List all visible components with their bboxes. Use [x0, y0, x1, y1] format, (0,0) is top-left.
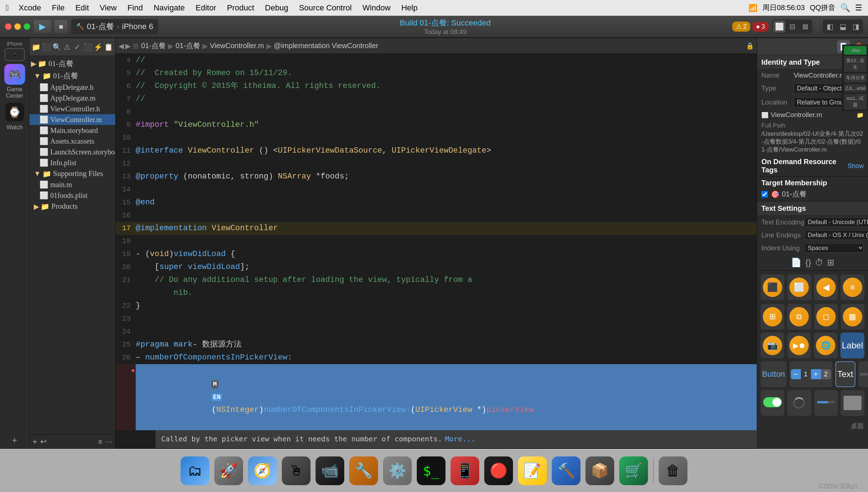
tree-item-infoplist[interactable]: ⬜ Info.plist: [29, 157, 115, 168]
tree-item-main-m[interactable]: ⬜ main.m: [29, 179, 115, 190]
app-icon[interactable]: 🎮: [4, 64, 25, 85]
layout-assistant-btn[interactable]: ⊟: [786, 20, 798, 33]
tree-item-launchscreen[interactable]: ⬜ LaunchScreen.storyboard: [29, 147, 115, 157]
dock-parallel[interactable]: 🔴: [483, 455, 514, 487]
breadcrumb-file[interactable]: ViewController.m: [210, 42, 264, 50]
palette-label-btn[interactable]: Label: [840, 333, 864, 358]
menu-edit[interactable]: Edit: [73, 3, 91, 13]
nav-folder-btn[interactable]: 📁: [32, 41, 41, 53]
nav-debug-btn[interactable]: ⬛: [83, 41, 92, 53]
grid-btn[interactable]: ⊞: [827, 257, 834, 268]
nav-log-btn[interactable]: 📋: [104, 41, 113, 53]
search-icon[interactable]: 🔍: [840, 3, 850, 13]
panel-bottom-btn[interactable]: ⬓: [837, 20, 849, 33]
dock-app2[interactable]: 📦: [584, 455, 616, 487]
code-editor[interactable]: 4 // 5 // Created by Romeo on 15/11/29. …: [116, 54, 757, 449]
editor-nav-next[interactable]: ▶: [125, 42, 131, 50]
errors-badge[interactable]: ● 3: [752, 22, 769, 32]
dock-prefs[interactable]: ⚙️: [382, 455, 413, 487]
dock-safari[interactable]: 🧭: [247, 455, 278, 487]
palette-stepper-btn[interactable]: − 1 + 2: [789, 361, 832, 387]
line-endings-selector[interactable]: Default - OS X / Unix (LF): [804, 230, 868, 240]
dock-terminal[interactable]: $_: [415, 455, 447, 487]
add-file-btn[interactable]: +: [32, 437, 37, 447]
layout-version-btn[interactable]: ⊠: [799, 20, 811, 33]
palette-slider2-btn[interactable]: [814, 390, 838, 416]
dock-xcode[interactable]: 🔨: [550, 455, 582, 487]
menu-find[interactable]: Find: [125, 3, 145, 13]
menu-file[interactable]: File: [50, 3, 66, 13]
palette-av-btn[interactable]: ▶⏺: [787, 333, 811, 358]
dock-mouse[interactable]: 🖱: [280, 455, 312, 487]
stop-button[interactable]: ■: [55, 20, 67, 33]
tree-item-main-storyboard[interactable]: ⬜ Main.storyboard: [29, 125, 115, 136]
menu-window[interactable]: Window: [360, 3, 393, 13]
dock-store[interactable]: 🛒: [618, 455, 649, 487]
thumb-13[interactable]: 第13...业生: [844, 56, 867, 72]
ime-indicator[interactable]: QQ拼音: [810, 3, 835, 13]
tree-item-appdelegate-m[interactable]: ⬜ AppDelegate.m: [29, 93, 115, 103]
menu-editor[interactable]: Editor: [193, 3, 218, 13]
encoding-selector[interactable]: Default - Unicode (UTF-8): [804, 217, 868, 227]
nav-options-btn[interactable]: ⋯: [105, 437, 112, 446]
indent-selector[interactable]: Spaces: [804, 243, 864, 253]
tree-item-01foods[interactable]: ⬜ 01foods.plist: [29, 190, 115, 201]
tree-item-project[interactable]: ▶ 📁 01-点餐: [29, 57, 115, 70]
tree-item-appdelegate-h[interactable]: ⬜ AppDelegate.h: [29, 82, 115, 93]
palette-scroll-btn[interactable]: ⧉: [787, 304, 811, 330]
tree-item-assets[interactable]: ⬜ Assets.xcassets: [29, 136, 115, 147]
panel-left-btn[interactable]: ◧: [824, 20, 836, 33]
warnings-badge[interactable]: ⚠ 2: [732, 22, 750, 32]
tree-item-viewcontroller-m[interactable]: ⬜ ViewController.m: [29, 114, 115, 125]
thumb-zjl[interactable]: ZJL...etail: [844, 84, 867, 92]
layout-single-btn[interactable]: ⬜: [773, 20, 785, 33]
sidebar-expand-btn[interactable]: +: [12, 435, 17, 445]
tree-item-supporting[interactable]: ▼ 📁 Supporting Files: [29, 168, 115, 179]
run-button[interactable]: ▶: [34, 20, 51, 33]
filter-btn[interactable]: ≡: [98, 438, 102, 446]
palette-text-btn[interactable]: Text: [835, 361, 855, 387]
scheme-selector[interactable]: 🔨 01-点餐 › iPhone 6: [71, 19, 158, 34]
clock-btn[interactable]: ⏱: [815, 257, 823, 268]
dock-notes[interactable]: 📝: [517, 455, 548, 487]
palette-view-btn[interactable]: ⬜: [787, 274, 811, 300]
menu-navigate[interactable]: Navigate: [151, 3, 187, 13]
palette-picker-btn[interactable]: ▦: [841, 304, 864, 330]
window-close-btn[interactable]: [5, 23, 11, 30]
nav-warning-btn[interactable]: ⚠: [63, 41, 72, 53]
palette-image-btn[interactable]: 📷: [761, 333, 784, 358]
menu-help[interactable]: Help: [399, 3, 420, 13]
thumb-car[interactable]: 车丹分享: [844, 73, 867, 83]
palette-button-btn[interactable]: Button: [761, 361, 787, 387]
thumb-xlsx[interactable]: .xlsx: [844, 46, 867, 55]
watch-icon[interactable]: ⌚: [5, 103, 24, 121]
menu-view[interactable]: View: [98, 3, 119, 13]
breadcrumb-project[interactable]: 01-点餐: [141, 41, 166, 51]
menu-source-control[interactable]: Source Control: [297, 3, 354, 13]
window-minimize-btn[interactable]: [14, 23, 21, 30]
more-link[interactable]: More...: [445, 432, 475, 445]
file-icon-btn[interactable]: 📄: [791, 257, 802, 268]
target-checkbox[interactable]: [761, 191, 768, 198]
nav-back-btn[interactable]: ↩: [40, 437, 47, 446]
palette-nav-btn[interactable]: ◀: [814, 274, 838, 300]
dock-finder[interactable]: 🗂: [179, 455, 211, 487]
menu-xcode[interactable]: Xcode: [17, 3, 43, 13]
editor-nav-prev[interactable]: ◀: [118, 42, 124, 50]
curly-brace-btn[interactable]: {}: [805, 257, 811, 268]
window-maximize-btn[interactable]: [24, 23, 30, 30]
dock-trash[interactable]: 🗑: [657, 455, 689, 487]
palette-switch-btn[interactable]: [761, 390, 784, 416]
tree-item-products[interactable]: ▶ 📁 Products: [29, 201, 115, 212]
dock-launchpad[interactable]: 🚀: [213, 455, 244, 487]
breadcrumb-group[interactable]: 01-点餐: [176, 41, 200, 51]
palette-gray-box-btn[interactable]: [841, 390, 864, 416]
nav-source-btn[interactable]: ⬛: [42, 41, 51, 53]
tree-item-group-main[interactable]: ▼ 📁 01-点餐: [29, 70, 115, 82]
dock-tools[interactable]: 🔧: [348, 455, 379, 487]
thumb-ios1[interactable]: ios1...试题: [844, 94, 867, 110]
palette-segmented-btn[interactable]: [858, 361, 868, 387]
palette-stack-btn[interactable]: ◻: [814, 304, 838, 330]
file-location-icon[interactable]: 📁: [857, 112, 864, 119]
palette-container-btn[interactable]: ⬛: [761, 274, 784, 300]
